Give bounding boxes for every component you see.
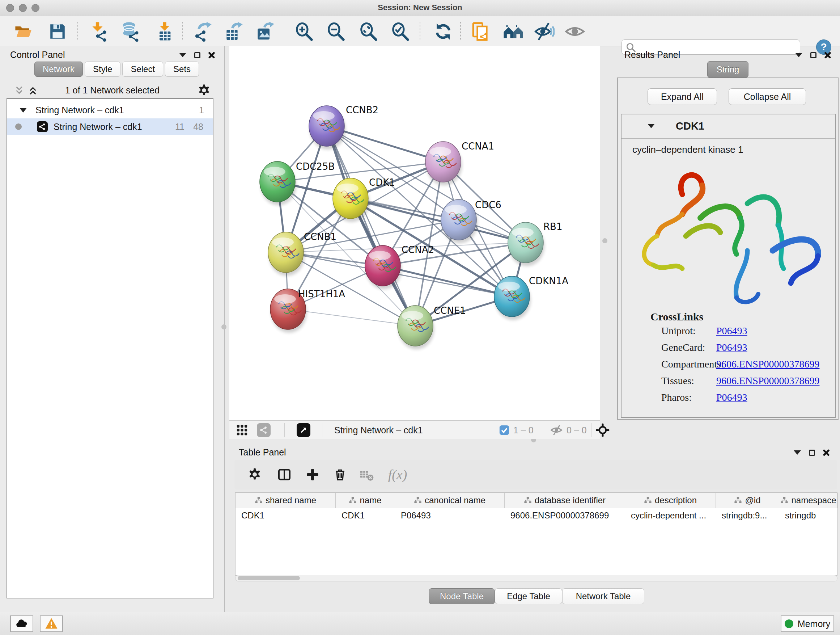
delete-column-button[interactable] — [330, 464, 350, 485]
network-node-CDK1[interactable] — [333, 178, 369, 222]
network-canvas[interactable]: CCNB2CCNA1CDC25BCDK1CDC6RB1CCNB1CCNA2CDK… — [229, 46, 600, 420]
create-column-button[interactable] — [302, 464, 323, 485]
network-node-CCNA1[interactable] — [425, 141, 462, 185]
network-node-CDC25B[interactable] — [260, 162, 296, 205]
column-header-database-identifier[interactable]: database identifier — [505, 493, 625, 508]
table-settings-button[interactable] — [245, 464, 265, 485]
delete-table-button[interactable] — [357, 464, 377, 485]
export-image-button[interactable] — [254, 21, 275, 42]
network-collection-row[interactable]: String Network – cdk1 1 — [7, 102, 213, 119]
zoom-out-button[interactable] — [325, 21, 347, 42]
cell-description[interactable]: cyclin-dependent ... — [625, 508, 716, 523]
network-node-RB1[interactable] — [508, 222, 545, 266]
gene-header[interactable]: CDK1 — [622, 114, 835, 139]
tab-network-table[interactable]: Network Table — [562, 588, 644, 604]
scrollbar-thumb[interactable] — [238, 576, 300, 580]
network-node-CCNB1[interactable] — [268, 232, 305, 276]
float-panel-icon[interactable] — [794, 450, 801, 455]
tab-network[interactable]: Network — [34, 62, 83, 77]
tab-node-table[interactable]: Node Table — [429, 588, 495, 604]
column-header-shared-name[interactable]: shared name — [235, 493, 336, 508]
export-table-button[interactable] — [223, 21, 244, 42]
selected-count: 1 – 0 — [513, 425, 534, 435]
crosslink-compartments-link[interactable]: 9606.ENSP00000378699 — [716, 358, 819, 370]
right-splitter-grip[interactable] — [602, 238, 607, 243]
refresh-layout-button[interactable] — [433, 21, 454, 42]
hidden-eye-icon[interactable] — [550, 424, 563, 437]
crosslink-genecard-link[interactable]: P06493 — [716, 342, 747, 353]
crosshair-icon — [595, 423, 610, 437]
close-panel-icon[interactable] — [208, 52, 215, 58]
table-horizontal-scrollbar[interactable] — [235, 575, 837, 581]
float-panel-icon[interactable] — [179, 53, 186, 57]
grid-view-button[interactable] — [236, 423, 248, 437]
tab-string[interactable]: String — [707, 61, 748, 78]
import-table-icon — [155, 21, 175, 42]
function-builder-button[interactable]: f(x) — [382, 464, 413, 485]
import-database-button[interactable] — [119, 21, 141, 42]
cloud-status-button[interactable] — [10, 616, 33, 632]
column-header--id[interactable]: @id — [716, 493, 779, 508]
crosslink-label: Tissues: — [661, 375, 694, 386]
maximize-panel-icon[interactable] — [194, 52, 201, 58]
import-network-button[interactable] — [88, 21, 109, 42]
cell--id[interactable]: stringdb:9... — [716, 508, 779, 523]
gene-collapse-caret-icon[interactable] — [647, 124, 655, 128]
zoom-fit-button[interactable] — [358, 21, 379, 42]
left-splitter-grip[interactable] — [221, 325, 226, 329]
zoom-selected-button[interactable] — [390, 21, 411, 42]
network-node-CCNB2[interactable] — [309, 106, 346, 149]
tab-sets[interactable]: Sets — [165, 62, 199, 77]
cell-name[interactable]: CDK1 — [336, 508, 395, 523]
open-session-button[interactable] — [12, 21, 33, 42]
warnings-button[interactable] — [40, 616, 63, 632]
import-table-button[interactable] — [154, 21, 175, 42]
cell-database-identifier[interactable]: 9606.ENSP00000378699 — [505, 508, 625, 523]
close-panel-icon[interactable] — [823, 449, 829, 456]
show-all-button[interactable] — [564, 21, 585, 42]
expand-all-button[interactable]: Expand All — [647, 88, 717, 105]
network-node-CCNE1[interactable] — [398, 306, 434, 349]
selected-checkbox-icon[interactable] — [499, 424, 510, 435]
column-header-canonical-name[interactable]: canonical name — [395, 493, 505, 508]
table-row[interactable]: CDK1CDK1P064939606.ENSP00000378699cyclin… — [235, 508, 837, 523]
column-header-namespace[interactable]: namespace — [779, 493, 838, 508]
close-panel-icon[interactable] — [824, 52, 831, 58]
birdseye-toggle-button[interactable] — [297, 423, 310, 437]
crosslink-pharos-link[interactable]: P06493 — [716, 392, 747, 403]
hide-selected-button[interactable] — [534, 21, 555, 42]
collapse-all-button[interactable]: Collapse All — [729, 88, 806, 105]
node-label-CDC25B: CDC25B — [296, 161, 335, 172]
network-row-selected[interactable]: String Network – cdk1 11 48 — [7, 119, 213, 135]
clone-network-button[interactable] — [470, 21, 491, 42]
save-session-button[interactable] — [47, 21, 68, 42]
network-node-CDKN1A[interactable] — [494, 276, 531, 320]
tab-style[interactable]: Style — [85, 62, 120, 77]
gear-icon[interactable] — [197, 84, 210, 97]
tab-select[interactable]: Select — [122, 62, 163, 77]
string-results-container: Expand All Collapse All CDK1 cyclin–depe… — [617, 78, 838, 420]
column-header-name[interactable]: name — [336, 493, 395, 508]
collection-label: String Network – cdk1 — [35, 105, 124, 116]
export-network-button[interactable] — [192, 21, 213, 42]
column-header-description[interactable]: description — [625, 493, 716, 508]
cell-canonical-name[interactable]: P06493 — [395, 508, 505, 523]
first-neighbors-button[interactable] — [503, 21, 524, 42]
houses-icon — [503, 21, 524, 42]
zoom-in-button[interactable] — [294, 21, 315, 42]
crosslink-label: Compartments: — [661, 358, 724, 370]
fit-content-button[interactable] — [595, 423, 610, 437]
memory-button[interactable]: Memory — [781, 616, 834, 632]
maximize-panel-icon[interactable] — [809, 450, 815, 456]
maximize-panel-icon[interactable] — [810, 52, 816, 58]
crosslink-tissues-link[interactable]: 9606.ENSP00000378699 — [716, 375, 819, 386]
show-columns-button[interactable] — [274, 464, 294, 485]
float-panel-icon[interactable] — [795, 53, 802, 57]
tab-edge-table[interactable]: Edge Table — [495, 588, 562, 604]
collection-caret-icon[interactable] — [19, 108, 27, 112]
crosslink-uniprot-link[interactable]: P06493 — [716, 325, 747, 337]
cell-namespace[interactable]: stringdb — [779, 508, 838, 523]
cell-shared-name[interactable]: CDK1 — [235, 508, 336, 523]
network-node-CCNA2[interactable] — [365, 245, 401, 289]
network-share-button[interactable] — [257, 423, 271, 437]
